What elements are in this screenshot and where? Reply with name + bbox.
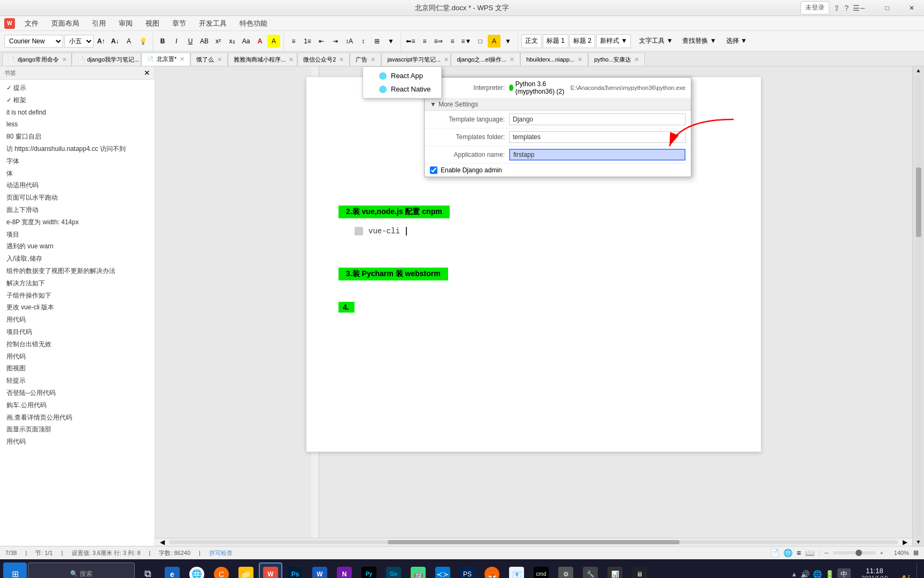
menu-file[interactable]: 文件 <box>19 17 44 30</box>
highlight-btn2[interactable]: A <box>267 35 280 48</box>
sidebar-item[interactable]: 80 窗口自启 <box>0 131 155 143</box>
sidebar-item[interactable]: 项目 <box>0 229 155 241</box>
tray-up-arrow[interactable]: ▲ <box>791 571 797 578</box>
line-spacing-button[interactable]: ↕ <box>357 35 369 48</box>
sidebar-item[interactable]: e-8P 宽度为 width: 414px <box>0 216 155 229</box>
zoom-out-button[interactable]: ─ <box>825 550 829 556</box>
more-align[interactable]: ▼ <box>502 35 514 48</box>
style-normal[interactable]: 正文 <box>521 34 542 48</box>
close-button[interactable]: ✕ <box>899 0 924 16</box>
maximize-button[interactable]: □ <box>875 0 899 16</box>
style-heading1[interactable]: 标题 1 <box>543 34 568 48</box>
not-logged-in[interactable]: 未登录 <box>800 1 829 14</box>
taskbar-vscode[interactable]: ≺≻ <box>431 562 455 579</box>
taskbar-onenote[interactable]: N <box>333 562 356 579</box>
sidebar-item[interactable]: 遇到的 vue warn <box>0 240 155 253</box>
tab-beijing[interactable]: 📄 北京置* ✕ <box>141 52 190 66</box>
sidebar-item[interactable]: 用代码 <box>0 436 155 448</box>
menu-special[interactable]: 特色功能 <box>234 17 273 30</box>
taskbar-goland[interactable]: Go <box>382 562 405 579</box>
taskbar-cortana[interactable]: C <box>210 562 233 579</box>
tab-python[interactable]: pytho...安康达 ✕ <box>588 52 645 66</box>
tab-hbuilder[interactable]: hbuilderx...niapp... ✕ <box>520 52 588 66</box>
indent-decrease-button[interactable]: ⇤ <box>315 35 328 48</box>
minimize-button[interactable]: ─ <box>850 0 875 16</box>
insert-table-button[interactable]: ⊞ <box>371 35 383 48</box>
more-button[interactable]: ▼ <box>384 35 397 48</box>
hscroll-left-arrow[interactable]: ◀ <box>158 538 167 546</box>
zoom-fit-button[interactable]: ⊞ <box>913 549 919 557</box>
sidebar-item[interactable]: 面上下滑动 <box>0 204 155 216</box>
tab-close-icon[interactable]: ✕ <box>634 56 639 63</box>
menu-reference[interactable]: 引用 <box>87 17 111 30</box>
sidebar-item[interactable]: less <box>0 118 155 131</box>
sidebar-item[interactable]: 体 <box>0 168 155 180</box>
sidebar-item[interactable]: 面显示页面顶部 <box>0 423 155 436</box>
sidebar-item[interactable]: 解决方法如下 <box>0 277 155 290</box>
tab-close-icon[interactable]: ✕ <box>289 56 294 63</box>
sidebar-item[interactable]: 字体 <box>0 155 155 168</box>
taskbar-browser2[interactable]: 🦊 <box>480 562 504 579</box>
hscroll-right-arrow[interactable]: ▶ <box>900 538 910 546</box>
menu-page-layout[interactable]: 页面布局 <box>46 17 84 30</box>
taskbar-misc4[interactable]: 🖥 <box>628 562 651 579</box>
taskbar-ie[interactable]: e <box>160 562 184 579</box>
chinese-text-tool[interactable]: 文字工具 ▼ <box>635 35 676 48</box>
superscript-button[interactable]: x² <box>212 35 225 48</box>
sidebar-item[interactable]: ✓ 提示 <box>0 82 155 94</box>
justify-button[interactable]: ≡ <box>446 35 459 48</box>
align-center-button[interactable]: ≡ <box>418 35 431 48</box>
tab-shop[interactable]: 雅雅淘商城小程序... ✕ <box>228 52 297 66</box>
taskbar-misc3[interactable]: 📊 <box>603 562 627 579</box>
font-color-button[interactable]: A <box>122 35 135 48</box>
zoom-slider[interactable] <box>833 551 876 554</box>
distributed-button[interactable]: ≡▼ <box>460 35 473 48</box>
enable-admin-checkbox[interactable] <box>430 166 437 174</box>
menu-review[interactable]: 审阅 <box>113 17 138 30</box>
tab-close-icon[interactable]: ✕ <box>217 56 222 63</box>
view-read-button[interactable]: 📖 <box>805 549 814 557</box>
sidebar-item[interactable]: 画.查看详情页公用代码 <box>0 412 155 424</box>
sidebar-item[interactable]: 用代码 <box>0 351 155 363</box>
clear-format-button[interactable]: Aa <box>240 35 252 48</box>
taskbar-email[interactable]: 📧 <box>505 562 528 579</box>
font-grow-button[interactable]: A↑ <box>95 35 107 48</box>
underline-button[interactable]: U <box>184 35 197 48</box>
indent-increase-button[interactable]: ⇥ <box>329 35 342 48</box>
border-button[interactable]: □ <box>474 35 487 48</box>
highlight-button[interactable]: 💡 <box>136 35 149 48</box>
subscript-button[interactable]: x₂ <box>226 35 238 48</box>
vscroll-down[interactable]: ▼ <box>915 538 922 546</box>
sidebar-item[interactable]: 购车.公用代码 <box>0 399 155 412</box>
sidebar-item[interactable]: 否登陆--公用代码 <box>0 387 155 399</box>
sidebar-item[interactable]: 控制台出错无效 <box>0 338 155 351</box>
status-check[interactable]: 拼写检查 <box>209 549 233 557</box>
bold-button[interactable]: B <box>156 35 169 48</box>
sidebar-item[interactable]: 访 https://duanshuilu.natapp4.cc 访问不到 <box>0 143 155 155</box>
style-more[interactable]: 新样式 ▼ <box>596 34 631 48</box>
tab-django-notes[interactable]: 📄 django我学习笔记... ✕ <box>72 52 141 66</box>
style-heading2[interactable]: 标题 2 <box>569 34 595 48</box>
numbered-list-button[interactable]: 1≡ <box>301 35 314 48</box>
taskbar-explorer[interactable]: 📁 <box>234 562 258 579</box>
taskbar-search[interactable]: 🔍 搜索 <box>28 562 135 579</box>
taskbar-pycharm[interactable]: Py <box>357 562 381 579</box>
menu-devtools[interactable]: 开发工具 <box>194 17 232 30</box>
tab-close-icon[interactable]: ✕ <box>444 56 449 63</box>
tab-close-icon[interactable]: ✕ <box>339 56 344 63</box>
font-shrink-button[interactable]: A↓ <box>109 35 121 48</box>
tab-ad[interactable]: 广告 ✕ <box>350 52 381 66</box>
view-outline-button[interactable]: ≡ <box>797 549 801 557</box>
sidebar-item[interactable]: 轻提示 <box>0 375 155 387</box>
taskbar-word[interactable]: W <box>308 562 332 579</box>
tab-close-icon[interactable]: ✕ <box>62 56 67 63</box>
hscroll-thumb[interactable] <box>388 540 680 544</box>
zoom-in-button[interactable]: + <box>880 550 883 556</box>
sidebar-item[interactable]: 项目代码 <box>0 326 155 338</box>
tab-close-icon[interactable]: ✕ <box>578 56 582 63</box>
sidebar-item[interactable]: it is not defind <box>0 107 155 119</box>
font-color-btn2[interactable]: A <box>253 35 266 48</box>
react-app-option[interactable]: React App <box>363 69 441 82</box>
strikethrough-button[interactable]: AB <box>198 35 211 48</box>
view-web-button[interactable]: 🌐 <box>783 549 792 557</box>
